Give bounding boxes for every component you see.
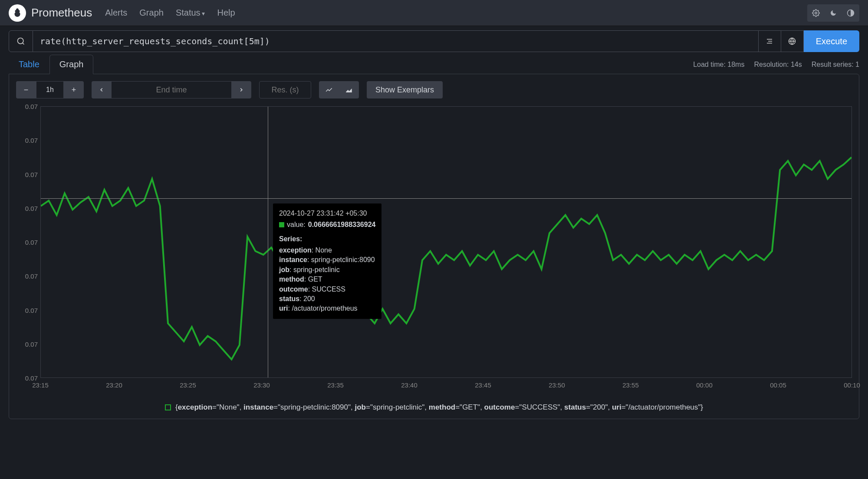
resolution-input[interactable] <box>259 81 311 98</box>
tooltip-swatch <box>279 222 284 227</box>
globe-icon[interactable] <box>781 30 804 52</box>
tooltip-value-label: value: <box>287 220 306 230</box>
nav-links: Alerts Graph Status Help <box>105 8 235 18</box>
range-group: − 1h + <box>16 81 84 98</box>
svg-line-3 <box>23 43 24 45</box>
execute-button[interactable]: Execute <box>804 30 859 52</box>
legend[interactable]: {exception="None", instance="spring-petc… <box>16 403 852 412</box>
prometheus-logo-icon <box>9 4 26 22</box>
time-forward-button[interactable] <box>231 81 251 98</box>
info-row: Table Graph Load time: 18ms Resolution: … <box>9 55 859 74</box>
format-query-button[interactable] <box>759 30 781 52</box>
stacked-chart-icon[interactable] <box>339 81 359 98</box>
line-chart-icon[interactable] <box>319 81 339 98</box>
graph-panel: − 1h + Show <box>9 74 859 419</box>
endtime-group <box>92 81 251 98</box>
brand-wrap[interactable]: Prometheus <box>9 4 92 22</box>
y-axis-labels: 0.070.070.070.070.070.070.070.070.07 <box>20 106 40 378</box>
range-value[interactable]: 1h <box>36 81 64 98</box>
metrics-explorer-button[interactable] <box>9 30 33 52</box>
crosshair-horizontal <box>41 198 852 199</box>
navbar: Prometheus Alerts Graph Status Help <box>0 0 868 26</box>
endtime-input[interactable] <box>112 81 231 98</box>
expression-input[interactable] <box>33 30 759 52</box>
query-stats: Load time: 18ms Resolution: 14s Result s… <box>693 61 859 69</box>
svg-point-2 <box>18 38 23 44</box>
chart-area[interactable]: 0.070.070.070.070.070.070.070.070.07 202… <box>20 106 852 393</box>
stat-resolution: Resolution: 14s <box>754 61 802 69</box>
nav-graph[interactable]: Graph <box>139 8 164 18</box>
query-row: Execute <box>9 30 859 52</box>
svg-point-0 <box>815 12 817 14</box>
stat-load-time: Load time: 18ms <box>693 61 744 69</box>
time-back-button[interactable] <box>92 81 112 98</box>
show-exemplars-button[interactable]: Show Exemplars <box>367 81 443 98</box>
nav-help[interactable]: Help <box>217 8 235 18</box>
tooltip-value: 0.0666661988336924 <box>308 220 376 230</box>
plot-area[interactable]: 2024-10-27 23:31:42 +05:30 value: 0.0666… <box>40 106 852 378</box>
moon-icon[interactable] <box>825 4 842 22</box>
stat-result-series: Result series: 1 <box>812 61 859 69</box>
legend-swatch <box>165 404 171 410</box>
tooltip-timestamp: 2024-10-27 23:31:42 +05:30 <box>279 209 375 218</box>
nav-right <box>807 4 859 22</box>
nav-status[interactable]: Status <box>176 8 205 18</box>
range-decrease-button[interactable]: − <box>16 81 36 98</box>
tab-graph[interactable]: Graph <box>49 55 94 74</box>
graph-toolbar: − 1h + Show <box>16 81 852 98</box>
result-tabs: Table Graph <box>9 55 93 74</box>
tab-table[interactable]: Table <box>9 55 49 74</box>
brand-text: Prometheus <box>31 6 92 20</box>
tooltip-labels: exception: Noneinstance: spring-petclini… <box>279 246 375 314</box>
range-increase-button[interactable]: + <box>64 81 84 98</box>
chart-type-group <box>319 81 359 98</box>
legend-text: {exception="None", instance="spring-petc… <box>175 403 703 412</box>
crosshair-vertical <box>268 107 268 377</box>
chart-tooltip: 2024-10-27 23:31:42 +05:30 value: 0.0666… <box>273 203 381 319</box>
tooltip-series-header: Series: <box>279 234 375 244</box>
gear-icon[interactable] <box>807 4 825 22</box>
nav-alerts[interactable]: Alerts <box>105 8 127 18</box>
contrast-icon[interactable] <box>842 4 859 22</box>
x-axis-labels: 23:1523:2023:2523:3023:3523:4023:4523:50… <box>40 380 852 393</box>
